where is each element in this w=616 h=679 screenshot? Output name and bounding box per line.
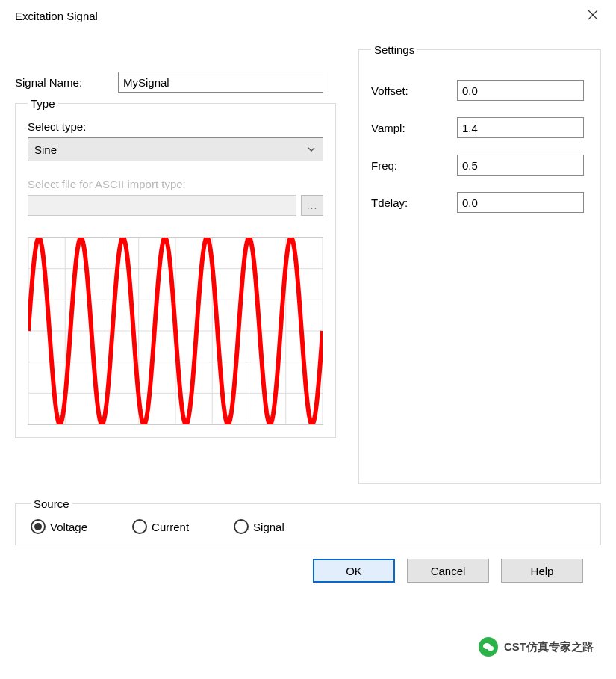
main-columns: Signal Name: Type Select type: Sine Sele…: [15, 46, 601, 484]
source-radio-row: Voltage Current Signal: [31, 519, 585, 534]
vampl-row: Vampl:: [371, 117, 588, 138]
ascii-file-label: Select file for ASCII import type:: [28, 178, 323, 190]
radio-current-label: Current: [152, 521, 189, 533]
close-icon[interactable]: [582, 5, 604, 27]
radio-voltage[interactable]: Voltage: [31, 519, 87, 534]
settings-legend: Settings: [371, 43, 417, 56]
tdelay-label: Tdelay:: [371, 196, 457, 209]
vampl-input[interactable]: [457, 117, 584, 138]
signal-name-row: Signal Name:: [15, 72, 336, 93]
signal-name-input[interactable]: [118, 72, 323, 93]
radio-icon: [234, 519, 249, 534]
voffset-row: Voffset:: [371, 80, 588, 101]
ascii-file-input: [28, 195, 296, 216]
watermark: CST仿真专家之路: [476, 636, 597, 658]
radio-signal[interactable]: Signal: [234, 519, 284, 534]
freq-label: Freq:: [371, 159, 457, 172]
wechat-icon: [479, 637, 498, 657]
svg-point-17: [488, 646, 494, 651]
ascii-file-row: ...: [28, 195, 323, 216]
voffset-label: Voffset:: [371, 84, 457, 97]
radio-voltage-label: Voltage: [50, 521, 87, 533]
type-select[interactable]: Sine: [28, 137, 323, 161]
dialog-body: Signal Name: Type Select type: Sine Sele…: [0, 31, 616, 598]
signal-name-label: Signal Name:: [15, 76, 118, 89]
cancel-button[interactable]: Cancel: [407, 559, 489, 583]
dialog-buttons: OK Cancel Help: [15, 545, 601, 590]
browse-button[interactable]: ...: [301, 195, 323, 216]
ok-button[interactable]: OK: [313, 559, 395, 583]
help-button[interactable]: Help: [501, 559, 583, 583]
tdelay-row: Tdelay:: [371, 192, 588, 213]
vampl-label: Vampl:: [371, 122, 457, 134]
freq-row: Freq:: [371, 155, 588, 176]
radio-current[interactable]: Current: [132, 519, 189, 534]
settings-group: Settings Voffset: Vampl: Freq: Tdelay:: [358, 43, 601, 484]
right-column: Settings Voffset: Vampl: Freq: Tdelay:: [358, 46, 601, 484]
type-select-value: Sine: [34, 143, 57, 156]
radio-icon: [31, 519, 46, 534]
type-group: Type Select type: Sine Select file for A…: [15, 97, 336, 438]
source-group: Source Voltage Current Signal: [15, 497, 601, 545]
chevron-down-icon: [306, 144, 317, 155]
voffset-input[interactable]: [457, 80, 584, 101]
type-legend: Type: [28, 97, 58, 110]
radio-icon: [132, 519, 147, 534]
left-column: Signal Name: Type Select type: Sine Sele…: [15, 46, 336, 438]
radio-signal-label: Signal: [253, 521, 284, 533]
tdelay-input[interactable]: [457, 192, 584, 213]
title-bar: Excitation Signal: [0, 0, 616, 31]
source-legend: Source: [31, 497, 72, 510]
signal-preview-plot: [28, 237, 323, 425]
freq-input[interactable]: [457, 155, 584, 176]
select-type-label: Select type:: [28, 120, 323, 133]
window-title: Excitation Signal: [15, 10, 98, 22]
watermark-text: CST仿真专家之路: [504, 640, 594, 654]
